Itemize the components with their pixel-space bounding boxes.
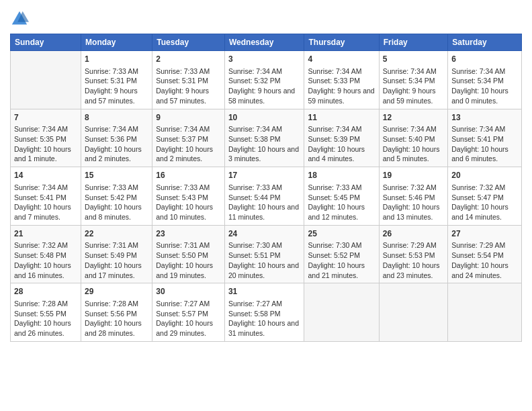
sunset-text: Sunset: 5:34 PM <box>383 76 444 86</box>
daylight-text: Daylight: 10 hours and 1 minute. <box>14 144 77 164</box>
sunset-text: Sunset: 5:39 PM <box>308 134 375 144</box>
calendar-cell: 26Sunrise: 7:29 AMSunset: 5:53 PMDayligh… <box>379 225 447 283</box>
calendar-cell <box>448 283 522 342</box>
sunset-text: Sunset: 5:35 PM <box>14 134 77 144</box>
day-number: 6 <box>451 54 518 65</box>
header-row: SundayMondayTuesdayWednesdayThursdayFrid… <box>11 34 522 51</box>
sunset-text: Sunset: 5:50 PM <box>156 250 221 261</box>
daylight-text: Daylight: 10 hours and 5 minutes. <box>383 144 444 164</box>
sunset-text: Sunset: 5:36 PM <box>85 134 148 144</box>
day-number: 20 <box>451 170 518 181</box>
calendar-cell: 23Sunrise: 7:31 AMSunset: 5:50 PMDayligh… <box>152 225 225 283</box>
calendar-week-row: 1Sunrise: 7:33 AMSunset: 5:31 PMDaylight… <box>11 51 522 109</box>
sunset-text: Sunset: 5:37 PM <box>156 134 221 144</box>
sunset-text: Sunset: 5:58 PM <box>228 309 301 319</box>
calendar-cell: 25Sunrise: 7:30 AMSunset: 5:52 PMDayligh… <box>304 225 379 283</box>
daylight-text: Daylight: 10 hours and 21 minutes. <box>308 261 375 280</box>
calendar-cell: 18Sunrise: 7:33 AMSunset: 5:45 PMDayligh… <box>304 167 379 226</box>
daylight-text: Daylight: 10 hours and 7 minutes. <box>14 202 77 222</box>
calendar-cell: 6Sunrise: 7:34 AMSunset: 5:34 PMDaylight… <box>448 51 522 109</box>
calendar-cell: 1Sunrise: 7:33 AMSunset: 5:31 PMDaylight… <box>81 51 152 109</box>
calendar-cell: 8Sunrise: 7:34 AMSunset: 5:36 PMDaylight… <box>81 109 152 167</box>
daylight-text: Daylight: 10 hours and 14 minutes. <box>451 202 518 222</box>
calendar-cell: 29Sunrise: 7:28 AMSunset: 5:56 PMDayligh… <box>81 283 152 342</box>
daylight-text: Daylight: 9 hours and 59 minutes. <box>383 86 444 105</box>
day-number: 30 <box>156 286 221 298</box>
sunset-text: Sunset: 5:47 PM <box>451 193 518 203</box>
daylight-text: Daylight: 10 hours and 28 minutes. <box>85 318 148 338</box>
daylight-text: Daylight: 10 hours and 16 minutes. <box>14 261 77 280</box>
day-number: 23 <box>156 228 221 240</box>
day-number: 15 <box>85 170 148 181</box>
calendar-cell: 2Sunrise: 7:33 AMSunset: 5:31 PMDaylight… <box>152 51 225 109</box>
sunrise-text: Sunrise: 7:27 AM <box>156 299 221 309</box>
sunrise-text: Sunrise: 7:29 AM <box>383 240 444 250</box>
calendar-cell: 21Sunrise: 7:32 AMSunset: 5:48 PMDayligh… <box>11 225 81 283</box>
day-number: 14 <box>14 170 77 181</box>
sunrise-text: Sunrise: 7:34 AM <box>451 124 518 134</box>
sunset-text: Sunset: 5:41 PM <box>14 193 77 203</box>
daylight-text: Daylight: 10 hours and 2 minutes. <box>156 144 221 164</box>
sunrise-text: Sunrise: 7:32 AM <box>14 240 77 250</box>
sunset-text: Sunset: 5:52 PM <box>308 250 375 261</box>
sunrise-text: Sunrise: 7:34 AM <box>383 66 444 77</box>
sunrise-text: Sunrise: 7:34 AM <box>14 124 77 134</box>
sunset-text: Sunset: 5:56 PM <box>85 309 148 319</box>
sunrise-text: Sunrise: 7:30 AM <box>228 240 301 250</box>
daylight-text: Daylight: 10 hours and 13 minutes. <box>383 202 444 222</box>
daylight-text: Daylight: 10 hours and 10 minutes. <box>156 202 221 222</box>
day-number: 2 <box>156 54 221 65</box>
daylight-text: Daylight: 10 hours and 12 minutes. <box>308 202 375 222</box>
daylight-text: Daylight: 9 hours and 59 minutes. <box>308 86 375 105</box>
day-number: 27 <box>451 228 518 240</box>
sunset-text: Sunset: 5:42 PM <box>85 193 148 203</box>
sunset-text: Sunset: 5:54 PM <box>451 250 518 261</box>
daylight-text: Daylight: 10 hours and 3 minutes. <box>228 144 301 164</box>
day-number: 26 <box>383 228 444 240</box>
sunset-text: Sunset: 5:32 PM <box>228 76 301 86</box>
day-number: 17 <box>228 170 301 181</box>
sunrise-text: Sunrise: 7:33 AM <box>228 183 301 193</box>
sunrise-text: Sunrise: 7:34 AM <box>383 124 444 134</box>
weekday-header: Wednesday <box>224 34 304 51</box>
sunset-text: Sunset: 5:38 PM <box>228 134 301 144</box>
sunset-text: Sunset: 5:33 PM <box>308 76 375 86</box>
sunset-text: Sunset: 5:43 PM <box>156 193 221 203</box>
sunset-text: Sunset: 5:51 PM <box>228 250 301 261</box>
calendar-cell: 7Sunrise: 7:34 AMSunset: 5:35 PMDaylight… <box>11 109 81 167</box>
sunrise-text: Sunrise: 7:34 AM <box>228 124 301 134</box>
calendar-cell <box>304 283 379 342</box>
day-number: 25 <box>308 228 375 240</box>
calendar-cell: 17Sunrise: 7:33 AMSunset: 5:44 PMDayligh… <box>224 167 304 226</box>
sunrise-text: Sunrise: 7:30 AM <box>308 240 375 250</box>
daylight-text: Daylight: 10 hours and 29 minutes. <box>156 318 221 338</box>
day-number: 31 <box>228 286 301 298</box>
daylight-text: Daylight: 10 hours and 31 minutes. <box>228 318 301 338</box>
sunrise-text: Sunrise: 7:34 AM <box>85 124 148 134</box>
day-number: 21 <box>14 228 77 240</box>
calendar-cell: 31Sunrise: 7:27 AMSunset: 5:58 PMDayligh… <box>224 283 304 342</box>
logo <box>10 9 32 28</box>
sunrise-text: Sunrise: 7:33 AM <box>156 66 221 77</box>
calendar-cell: 30Sunrise: 7:27 AMSunset: 5:57 PMDayligh… <box>152 283 225 342</box>
daylight-text: Daylight: 10 hours and 19 minutes. <box>156 261 221 280</box>
sunset-text: Sunset: 5:41 PM <box>451 134 518 144</box>
page-header <box>10 7 522 28</box>
calendar-cell: 13Sunrise: 7:34 AMSunset: 5:41 PMDayligh… <box>448 109 522 167</box>
calendar-cell: 27Sunrise: 7:29 AMSunset: 5:54 PMDayligh… <box>448 225 522 283</box>
day-number: 8 <box>85 112 148 124</box>
day-number: 10 <box>228 112 301 124</box>
sunset-text: Sunset: 5:34 PM <box>451 76 518 86</box>
day-number: 19 <box>383 170 444 181</box>
daylight-text: Daylight: 10 hours and 26 minutes. <box>14 318 77 338</box>
day-number: 13 <box>451 112 518 124</box>
sunset-text: Sunset: 5:57 PM <box>156 309 221 319</box>
sunrise-text: Sunrise: 7:34 AM <box>451 66 518 77</box>
daylight-text: Daylight: 9 hours and 57 minutes. <box>156 86 221 105</box>
weekday-header: Sunday <box>11 34 81 51</box>
calendar-cell: 16Sunrise: 7:33 AMSunset: 5:43 PMDayligh… <box>152 167 225 226</box>
calendar-cell: 24Sunrise: 7:30 AMSunset: 5:51 PMDayligh… <box>224 225 304 283</box>
sunset-text: Sunset: 5:48 PM <box>14 250 77 261</box>
sunset-text: Sunset: 5:40 PM <box>383 134 444 144</box>
sunrise-text: Sunrise: 7:31 AM <box>156 240 221 250</box>
